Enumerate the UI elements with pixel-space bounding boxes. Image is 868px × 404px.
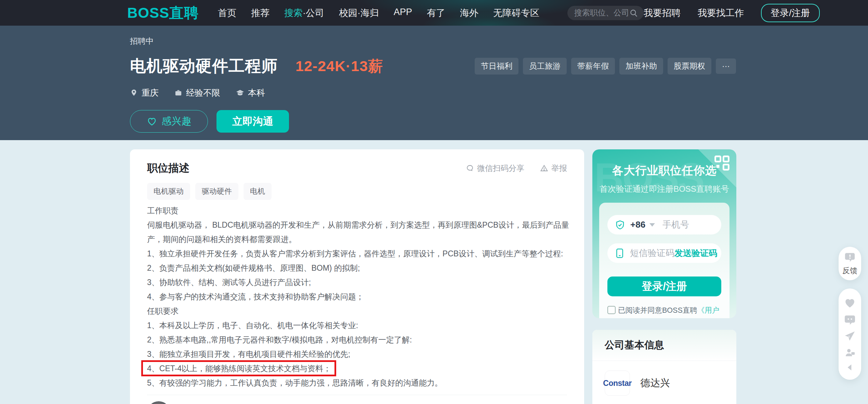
- send-plane-icon[interactable]: [844, 331, 856, 342]
- description-line: 产，期间的问题和相关的资料都需要跟进。: [147, 232, 567, 246]
- location-pin-icon: [130, 89, 138, 97]
- nav-search-active-part: 搜索: [284, 8, 303, 18]
- nav-item-youle[interactable]: 有了: [427, 7, 445, 19]
- report-warning-icon: [540, 164, 548, 172]
- wechat-share-link[interactable]: 微信扫码分享: [466, 163, 524, 174]
- nav-item-accessibility[interactable]: 无障碍专区: [493, 7, 539, 19]
- floating-tool-stack: [839, 288, 861, 380]
- section-divider: [147, 395, 567, 395]
- description-line: 4、参与客户的技术沟通交流，技术支持和协助客户解决问题；: [147, 289, 567, 304]
- sms-phone-icon: [615, 248, 624, 258]
- job-meta-row: 重庆 经验不限 本科: [130, 87, 736, 98]
- nav-search-placeholder: 搜索职位、公司: [574, 8, 629, 18]
- benefit-tag[interactable]: 带薪年假: [571, 58, 615, 75]
- feedback-label: 反馈: [842, 266, 857, 276]
- nav-search-box[interactable]: 搜索职位、公司: [567, 6, 644, 20]
- company-name[interactable]: 德达兴: [640, 376, 670, 390]
- benefit-tag[interactable]: 加班补助: [619, 58, 663, 75]
- collapse-arrow-icon[interactable]: [845, 363, 854, 372]
- login-register-button[interactable]: 登录/注册: [761, 4, 820, 22]
- benefit-tag[interactable]: 员工旅游: [523, 58, 567, 75]
- login-submit-button[interactable]: 登录/注册: [607, 277, 721, 296]
- top-nav: BOSS直聘 首页 推荐 搜索·公司 校园·海归 APP 有了 海外 无障碍专区…: [0, 0, 868, 26]
- company-info-title: 公司基本信息: [592, 330, 736, 361]
- nav-item-overseas[interactable]: 海外: [460, 7, 478, 19]
- job-degree-label: 本科: [248, 87, 265, 98]
- keyword-tag[interactable]: 电机: [244, 183, 272, 200]
- benefit-tag[interactable]: 节日福利: [475, 58, 518, 75]
- wechat-share-label: 微信扫码分享: [477, 163, 524, 174]
- keyword-tags: 电机驱动 驱动硬件 电机: [147, 183, 567, 200]
- boss-zhipin-logo[interactable]: BOSS直聘: [127, 3, 199, 23]
- nav-item-app[interactable]: APP: [394, 7, 412, 19]
- description-line: 1、本科及以上学历，电子、自动化、机电一体化等相关专业:: [147, 318, 567, 333]
- chat-now-button[interactable]: 立即沟通: [216, 110, 289, 133]
- recruiter-avatar[interactable]: [147, 401, 170, 404]
- job-city-label: 重庆: [142, 87, 159, 98]
- highlighted-line-text: 4、CET-4以上，能够熟练阅读英文技术文档与资料；: [147, 364, 331, 373]
- login-card-title: 各大行业职位任你选: [599, 163, 729, 178]
- sms-code-input[interactable]: 短信验证码 发送验证码: [607, 243, 721, 263]
- nav-menu: 首页 推荐 搜索·公司 校园·海归 APP 有了 海外 无障碍专区: [218, 7, 539, 19]
- contacts-icon[interactable]: [844, 347, 856, 358]
- company-row[interactable]: Constar 德达兴: [605, 371, 724, 396]
- job-experience-label: 经验不限: [186, 87, 220, 98]
- login-promo-card: BOSS 各大行业职位任你选 首次验证通过即注册BOSS直聘账号 +86 手机号: [592, 149, 736, 318]
- agreement-line1: 已阅读并同意BOSS直聘: [618, 306, 697, 314]
- interested-button-label: 感兴趣: [162, 115, 192, 128]
- description-line: 3、协助软件、结构、测试等人员进行产品设计;: [147, 275, 567, 289]
- company-logo: Constar: [605, 371, 630, 396]
- phone-placeholder: 手机号: [662, 219, 689, 231]
- interested-button[interactable]: 感兴趣: [130, 110, 208, 133]
- chat-bubble-icon[interactable]: [844, 313, 856, 326]
- recruiter-row[interactable]: 温先生 V 刚刚活跃: [147, 401, 567, 404]
- keyword-tag[interactable]: 电机驱动: [147, 183, 190, 200]
- country-code-selector[interactable]: +86: [630, 219, 645, 230]
- job-description-title: 职位描述: [147, 161, 189, 175]
- job-description-text: 工作职责 伺服电机驱动器， BLDC电机驱动器的开发和生产，从前期需求分析，到方…: [147, 203, 567, 390]
- job-experience: 经验不限: [174, 87, 220, 98]
- company-logo-text: Constar: [603, 379, 631, 388]
- send-code-button[interactable]: 发送验证码: [674, 247, 717, 259]
- job-salary: 12-24K·13薪: [295, 56, 383, 76]
- description-line: 伺服电机驱动器， BLDC电机驱动器的开发和生产，从前期需求分析，到方案选型，再…: [147, 218, 567, 232]
- description-line: 2、负责产品相关文档(如硬件规格书、原理图、BOM) 的拟制;: [147, 261, 567, 275]
- description-line: 工作职责: [147, 203, 567, 218]
- benefit-tag[interactable]: 股票期权: [668, 58, 711, 75]
- keyword-tag[interactable]: 驱动硬件: [195, 183, 238, 200]
- description-line: 5、有较强的学习能力，工作认真负责，动手能力强，思路清晰，有良好的沟通能力。: [147, 376, 567, 390]
- job-title: 电机驱动硬件工程师: [130, 55, 278, 77]
- nav-item-recommend[interactable]: 推荐: [251, 7, 269, 19]
- phone-input[interactable]: +86 手机号: [607, 215, 721, 234]
- description-line: 2、熟悉基本电路,,常用电子元器件和数字/模拟电路，对电机控制有一定了解:: [147, 333, 567, 347]
- feedback-button[interactable]: 反馈: [839, 247, 861, 280]
- description-line: 1、独立承担硬件开发任务，负责从客户需求分析到方案评估，器件选型，原理设计，PC…: [147, 246, 567, 261]
- sms-placeholder: 短信验证码: [630, 247, 674, 259]
- graduation-cap-icon: [236, 89, 244, 97]
- nav-item-campus[interactable]: 校园·海归: [339, 7, 379, 19]
- benefit-tags-more-button[interactable]: ···: [716, 58, 736, 74]
- briefcase-icon: [174, 89, 182, 97]
- agreement-text: 已阅读并同意BOSS直聘《用户协议》 《隐私政策》，允许BOSS直聘统一管理 本…: [607, 305, 721, 318]
- description-line-highlighted: 4、CET-4以上，能够熟练阅读英文技术文档与资料；: [147, 361, 567, 376]
- search-icon: [629, 9, 638, 17]
- job-location: 重庆: [130, 87, 159, 98]
- shield-check-icon: [615, 220, 625, 230]
- login-form-panel: +86 手机号 短信验证码 发送验证码 登录/注册 已阅读并同意BOSS直聘《用…: [599, 203, 729, 318]
- nav-link-findjob[interactable]: 我要找工作: [698, 7, 744, 19]
- description-line: 任职要求: [147, 304, 567, 318]
- agreement-checkbox[interactable]: [607, 306, 616, 314]
- nav-link-recruit[interactable]: 我要招聘: [644, 7, 681, 19]
- chevron-down-icon: [649, 223, 655, 227]
- favorite-heart-icon[interactable]: [844, 297, 856, 309]
- benefit-tags: 节日福利 员工旅游 带薪年假 加班补助 股票期权 ···: [475, 58, 736, 75]
- report-link[interactable]: 举报: [540, 163, 567, 174]
- nav-item-home[interactable]: 首页: [218, 7, 236, 19]
- nav-item-search-company[interactable]: 搜索·公司: [284, 7, 324, 19]
- company-info-card: 公司基本信息 Constar 德达兴 A轮: [592, 330, 736, 404]
- floating-action-rail: 反馈: [839, 247, 861, 380]
- nav-right-group: 我要招聘 我要找工作 登录/注册: [644, 4, 820, 22]
- heart-outline-icon: [147, 116, 157, 126]
- feedback-icon: [844, 252, 856, 263]
- nav-search-rest-part: ·公司: [303, 8, 324, 18]
